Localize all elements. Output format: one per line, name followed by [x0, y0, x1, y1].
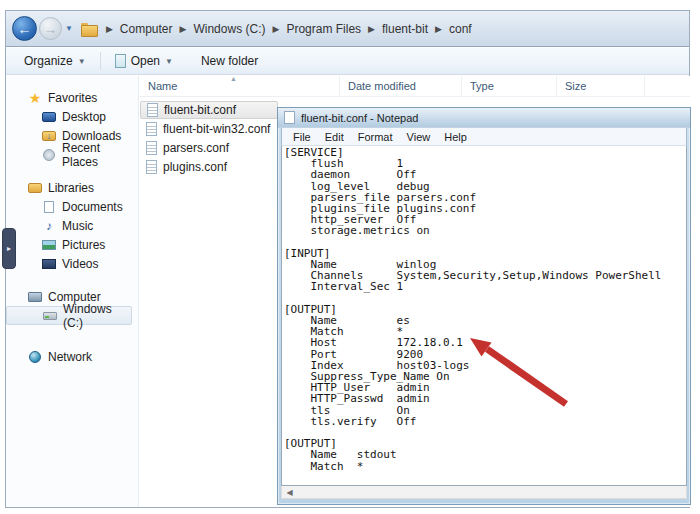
sidebar-item-windows-c[interactable]: Windows (C:) [6, 306, 132, 325]
column-label: Name [148, 80, 177, 92]
column-header-row: Name ▲ Date modified Type Size [140, 76, 690, 97]
conf-file-icon [146, 122, 157, 136]
notepad-text-area[interactable]: [SERVICE] flush 1 daemon Off log_level d… [281, 145, 687, 486]
sidebar-label: Music [62, 219, 93, 233]
forward-button[interactable]: → [39, 17, 62, 40]
column-header-size[interactable]: Size [557, 76, 645, 96]
downloads-icon: ↓ [42, 131, 56, 141]
open-label: Open [131, 54, 160, 68]
forward-arrow-icon: → [44, 21, 58, 37]
conf-file-icon [146, 160, 157, 174]
column-header-date-modified[interactable]: Date modified [340, 76, 462, 96]
sidebar-label: Windows (C:) [63, 302, 131, 330]
sidebar-item-favorites[interactable]: ★ Favorites [6, 88, 138, 107]
toolbar-divider [100, 52, 101, 70]
address-bar: ← → ▼ ▶ Computer ▶ Windows (C:) ▶ Progra… [6, 11, 689, 47]
breadcrumb-item-windows-c[interactable]: Windows (C:) [190, 20, 268, 38]
sidebar-item-network[interactable]: Network [6, 347, 138, 366]
notepad-file-icon [284, 111, 295, 124]
sidebar-label: Favorites [48, 91, 97, 105]
open-button[interactable]: Open ▼ [107, 51, 181, 71]
breadcrumb-separator-icon: ▶ [176, 24, 191, 34]
recent-places-icon [42, 148, 56, 161]
command-toolbar: Organize ▼ Open ▼ New folder [6, 48, 689, 75]
history-dropdown-icon[interactable]: ▼ [65, 24, 73, 33]
menu-view[interactable]: View [400, 130, 438, 144]
breadcrumb-separator-icon: ▶ [431, 24, 446, 34]
sidebar-label: Videos [62, 257, 98, 271]
back-button[interactable]: ← [12, 16, 37, 41]
network-icon [28, 350, 42, 363]
menu-file[interactable]: File [286, 130, 318, 144]
documents-icon [42, 200, 56, 213]
sidebar-label: Network [48, 350, 92, 364]
sidebar-item-videos[interactable]: Videos [6, 254, 138, 273]
menu-format[interactable]: Format [351, 130, 400, 144]
column-label: Date modified [348, 80, 416, 92]
sidebar-label: Recent Places [62, 141, 138, 169]
libraries-icon [28, 183, 42, 193]
file-name: fluent-bit.conf [164, 103, 236, 117]
desktop-icon [42, 112, 56, 122]
sidebar-label: Libraries [48, 181, 94, 195]
open-file-icon [115, 54, 126, 68]
breadcrumb-separator-icon: ▶ [364, 24, 379, 34]
column-label: Type [470, 80, 494, 92]
breadcrumb-item-conf[interactable]: conf [446, 20, 475, 38]
conf-file-icon [147, 103, 158, 117]
sidebar-item-desktop[interactable]: Desktop [6, 107, 138, 126]
conf-file-icon [146, 141, 157, 155]
pictures-icon [42, 240, 56, 250]
file-name: fluent-bit-win32.conf [163, 122, 270, 136]
sort-ascending-icon: ▲ [230, 75, 237, 82]
sidebar-label: Documents [62, 200, 123, 214]
notepad-content: [SERVICE] flush 1 daemon Off log_level d… [282, 146, 686, 473]
breadcrumb-item-fluent-bit[interactable]: fluent-bit [379, 20, 431, 38]
breadcrumb-item-program-files[interactable]: Program Files [283, 20, 364, 38]
star-icon: ★ [28, 91, 42, 104]
new-folder-button[interactable]: New folder [193, 51, 266, 71]
current-folder-icon [81, 23, 96, 35]
chevron-down-icon: ▼ [78, 57, 86, 66]
back-arrow-icon: ← [18, 21, 32, 37]
sidebar-item-music[interactable]: ♪ Music [6, 216, 138, 235]
chevron-down-icon: ▼ [165, 57, 173, 66]
sidebar-item-pictures[interactable]: Pictures [6, 235, 138, 254]
drive-icon [43, 312, 57, 320]
notepad-bottom-frame [278, 499, 690, 503]
sidebar-label: Pictures [62, 238, 105, 252]
breadcrumb-separator-icon: ▶ [268, 24, 283, 34]
menu-edit[interactable]: Edit [318, 130, 351, 144]
breadcrumb-separator-icon: ▶ [102, 24, 117, 34]
breadcrumb: ▶ Computer ▶ Windows (C:) ▶ Program File… [102, 20, 475, 38]
column-header-name[interactable]: Name ▲ [140, 76, 340, 96]
organize-button[interactable]: Organize ▼ [16, 51, 94, 71]
column-header-type[interactable]: Type [462, 76, 557, 96]
notepad-window: fluent-bit.conf - Notepad File Edit Form… [277, 107, 691, 505]
scroll-left-icon[interactable]: ◀ [282, 487, 297, 498]
new-folder-label: New folder [201, 54, 258, 68]
organize-label: Organize [24, 54, 73, 68]
music-icon: ♪ [42, 219, 56, 232]
breadcrumb-item-computer[interactable]: Computer [117, 20, 176, 38]
notepad-title-bar[interactable]: fluent-bit.conf - Notepad [278, 108, 690, 128]
menu-help[interactable]: Help [437, 130, 474, 144]
notepad-title: fluent-bit.conf - Notepad [301, 112, 418, 124]
file-name: parsers.conf [163, 141, 229, 155]
computer-icon [28, 292, 42, 302]
sidebar-item-documents[interactable]: Documents [6, 197, 138, 216]
column-label: Size [565, 80, 586, 92]
sidebar-item-libraries[interactable]: Libraries [6, 178, 138, 197]
panel-expand-icon: ▸ [7, 244, 11, 253]
sidebar-item-recent-places[interactable]: Recent Places [6, 145, 138, 164]
notepad-menu-bar: File Edit Format View Help [281, 128, 687, 145]
side-panel-handle[interactable]: ▸ [2, 228, 16, 269]
navigation-pane: ★ Favorites Desktop ↓ Downloads Recent P… [6, 76, 139, 507]
file-row-fluent-bit-conf[interactable]: fluent-bit.conf [140, 101, 278, 119]
file-name: plugins.conf [163, 160, 227, 174]
horizontal-scrollbar[interactable]: ◀ [281, 486, 687, 499]
videos-icon [42, 259, 56, 269]
sidebar-label: Desktop [62, 110, 106, 124]
